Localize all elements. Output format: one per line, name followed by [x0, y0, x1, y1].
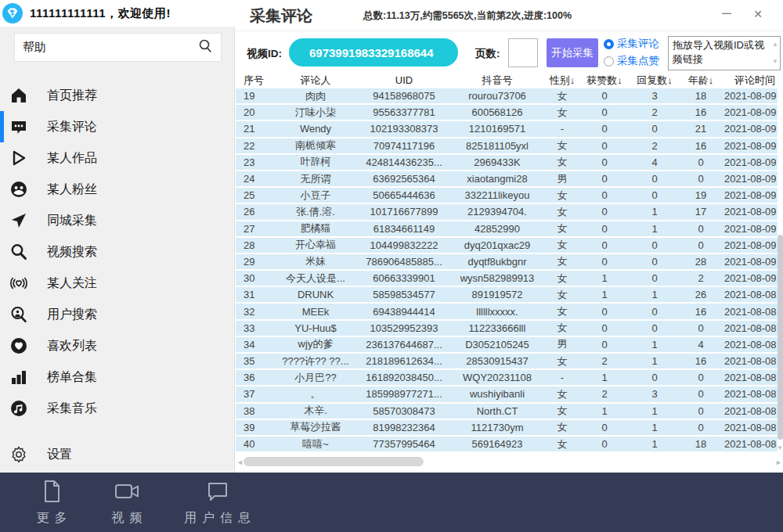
bottom-item-label: 更多	[31, 510, 73, 527]
vertical-scrollbar[interactable]: ▼	[777, 88, 783, 454]
table-cell: 1	[629, 289, 680, 300]
table-cell: wjy的爹	[273, 337, 358, 351]
sidebar-item-settings[interactable]: 设置	[0, 439, 235, 470]
table-row[interactable]: 24无所谓63692565364xiaotangmi28男0002021-08-…	[236, 171, 778, 188]
table-cell: 0	[680, 156, 721, 168]
sidebar-item-city-collect[interactable]: 同城采集	[0, 205, 235, 236]
table-header-cell[interactable]: 回复数↓	[629, 74, 680, 88]
table-row[interactable]: 35????许?? ??...218189612634...2853091543…	[236, 354, 778, 370]
table-cell: 木辛.	[273, 404, 358, 418]
table-cell: 叶辞柯	[273, 155, 358, 169]
table-cell: 女	[544, 304, 580, 318]
sidebar-item-user-search[interactable]: 用户搜索	[0, 299, 235, 330]
sidebar-item-user-works[interactable]: 某人作品	[0, 142, 235, 174]
scroll-down-arrow-icon[interactable]: ▼	[777, 444, 783, 452]
table-cell: 2021-08-09 14:4	[721, 189, 778, 201]
table-cell: 2969433K	[450, 156, 544, 168]
table-header-cell[interactable]: 获赞数↓	[580, 74, 629, 88]
table-cell: 18	[680, 438, 721, 450]
bottom-item-user-info[interactable]: 用户信息	[179, 479, 256, 527]
sidebar-item-collect-music[interactable]: 采集音乐	[0, 393, 235, 424]
table-cell: 0	[580, 422, 629, 433]
sidebar-item-video-search[interactable]: 视频搜索	[0, 236, 235, 268]
table-row[interactable]: 37。185998977271...wushiyibanli女2302021-0…	[236, 386, 778, 403]
radio-selected-icon[interactable]	[604, 39, 614, 49]
pages-label: 页数:	[475, 47, 500, 61]
table-cell: 31	[236, 289, 273, 300]
bottom-item-video[interactable]: 视频	[103, 479, 150, 527]
table-row[interactable]: 23叶辞柯424814436235...2969433K女0402021-08-…	[236, 155, 778, 171]
table-row[interactable]: 31DRUNK58598534577891919572女11262021-08-…	[236, 287, 778, 304]
table-row[interactable]: 30今天人设是...60663339901wysn582989913女10220…	[236, 271, 778, 287]
sidebar-item-collect-comments[interactable]: 采集评论	[0, 111, 235, 142]
table-cell: 2021-08-09 23:5	[721, 90, 778, 102]
drop-import-area[interactable]: 拖放导入视频ID或视频链接 ▲ ▼	[668, 36, 781, 70]
table-cell: 0	[629, 306, 680, 318]
sidebar-item-like-list[interactable]: 喜欢列表	[0, 330, 235, 361]
table-cell: 0	[580, 322, 629, 334]
help-search-input[interactable]	[23, 41, 197, 54]
table-row[interactable]: 22南栀倾寒70974117196825181105yxl女02162021-0…	[236, 138, 778, 155]
table-row[interactable]: 40嘻嘻~77357995464569164923女01182021-08-08…	[236, 437, 778, 453]
table-header-cell[interactable]: 性别↓	[544, 74, 580, 88]
table-header-cell[interactable]: 序号	[236, 74, 273, 88]
table-row[interactable]: 39草莓沙拉酱819982323641121730ym女0102021-08-0…	[236, 420, 778, 437]
table-row[interactable]: 26张.倩.溶.1017166778992129394704.女01172021…	[236, 204, 778, 221]
table-cell: 0	[580, 306, 629, 318]
scroll-right-arrow-icon[interactable]: ►	[775, 458, 782, 466]
sidebar-item-user-follows[interactable]: 某人关注	[0, 268, 235, 299]
sidebar-item-label: 某人关注	[47, 275, 97, 292]
radio-collect-likes[interactable]: 采集点赞	[604, 52, 674, 70]
table-header-cell[interactable]: 评论人	[273, 74, 358, 88]
table-cell: 34	[236, 339, 273, 350]
bottom-item-label: 视频	[106, 510, 148, 527]
table-header-cell[interactable]: 评论时间	[721, 74, 783, 88]
table-row[interactable]: 28开心幸福104499832222dyq201qxac29女0002021-0…	[236, 238, 778, 254]
table-row[interactable]: 25小豆子50665444636332211likeyou女00192021-0…	[236, 188, 778, 204]
table-cell: 女	[544, 354, 580, 368]
horizontal-scrollbar[interactable]: ◄ ►	[236, 456, 783, 467]
table-cell: 32	[236, 306, 273, 318]
vertical-scrollbar-thumb[interactable]	[778, 235, 783, 440]
radio-unselected-icon[interactable]	[604, 56, 614, 66]
scroll-up-icon[interactable]: ▲	[772, 38, 778, 52]
scroll-down-icon[interactable]: ▼	[772, 55, 778, 69]
table-cell: 小月巴??	[273, 371, 358, 385]
start-collect-button[interactable]: 开始采集	[547, 38, 598, 67]
bottom-item-more[interactable]: 更多	[28, 479, 75, 527]
table-row[interactable]: 20汀味小柒95563377781600568126女02162021-08-0…	[236, 105, 778, 121]
table-row[interactable]: 27肥橘猫6183466114942852990女0102021-08-09 1…	[236, 221, 778, 238]
table-cell: 161892038450...	[358, 372, 450, 383]
pages-input[interactable]	[508, 38, 538, 67]
table-row[interactable]: 21Wendy1021933083731210169571-00212021-0…	[236, 121, 778, 138]
home-icon	[9, 86, 28, 105]
sidebar-item-ranking-collection[interactable]: 榜单合集	[0, 361, 235, 393]
table-header-cell[interactable]: UID	[358, 74, 450, 86]
scroll-left-arrow-icon[interactable]: ◄	[236, 458, 244, 466]
close-button[interactable]: ✕	[750, 6, 766, 22]
sidebar-item-user-fans[interactable]: 某人粉丝	[0, 174, 235, 205]
table-row[interactable]: 33YU-Huu$103529952393112233666lll女000202…	[236, 321, 778, 337]
table-row[interactable]: 38木辛.58570308473North.CT女1102021-08-08 2…	[236, 404, 778, 420]
table-row[interactable]: 32MEEk69438944414llllllxxxxx.女00162021-0…	[236, 304, 778, 320]
sidebar-item-home-feed[interactable]: 首页推荐	[0, 80, 235, 111]
table-row[interactable]: 29米妹786906485885...dyqtf8ukbgnr女00282021…	[236, 254, 778, 271]
video-id-input[interactable]	[289, 38, 458, 66]
table-cell: 2021-08-09 22:3	[721, 106, 778, 118]
table-cell: 94158968075	[358, 90, 450, 102]
table-cell: North.CT	[450, 405, 544, 417]
table-row[interactable]: 19肉肉94158968075rourou73706女03182021-08-0…	[236, 88, 778, 105]
table-cell: 0	[580, 90, 629, 102]
play-icon	[9, 149, 28, 167]
table-header-cell[interactable]: 抖音号	[450, 74, 544, 88]
table-row[interactable]: 36小月巴??161892038450...WQY20231108-100202…	[236, 370, 778, 386]
help-search-box[interactable]	[14, 33, 222, 62]
table-cell: 58570308473	[358, 405, 450, 417]
table-header-cell[interactable]: 年龄↓	[680, 74, 721, 88]
magnifier-icon[interactable]	[197, 38, 213, 57]
table-cell: 2129394704.	[450, 206, 544, 217]
minimize-button[interactable]: ─	[719, 6, 734, 22]
radio-collect-comments[interactable]: 采集评论	[604, 35, 674, 52]
table-row[interactable]: 34wjy的爹236137644687...D3052105245男014202…	[236, 337, 778, 354]
horizontal-scrollbar-thumb[interactable]	[244, 457, 424, 466]
